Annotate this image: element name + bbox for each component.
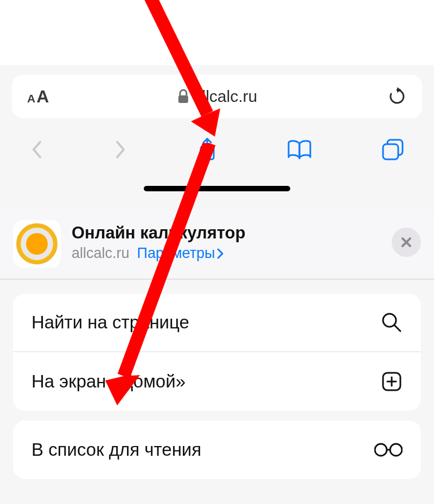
share-icon — [196, 137, 218, 163]
share-actions-list: Найти на странице На экран «Домой» В спи… — [13, 294, 421, 489]
chevron-left-icon — [29, 139, 44, 160]
share-sheet-header: Онлайн калькулятор allcalc.ru Параметры — [0, 210, 434, 280]
top-whitespace — [0, 0, 434, 65]
svg-rect-0 — [178, 95, 188, 103]
find-on-page-action[interactable]: Найти на странице — [13, 294, 421, 352]
svg-point-11 — [390, 444, 402, 456]
svg-rect-4 — [383, 144, 398, 159]
bookmarks-button[interactable] — [286, 139, 312, 160]
home-indicator — [144, 186, 290, 191]
svg-line-6 — [394, 325, 400, 331]
text-size-small-a-icon: A — [27, 92, 35, 105]
text-size-big-a-icon: A — [36, 87, 49, 107]
glasses-icon — [374, 442, 403, 458]
toolbar — [0, 130, 434, 169]
share-options-button[interactable]: Параметры — [137, 245, 225, 262]
find-on-page-label: Найти на странице — [31, 312, 189, 333]
address-url[interactable]: allcalc.ru — [177, 87, 257, 106]
search-icon — [381, 312, 403, 333]
tabs-icon — [381, 138, 405, 161]
back-button[interactable] — [29, 139, 44, 160]
lock-icon — [177, 89, 190, 104]
svg-point-10 — [375, 444, 387, 456]
reading-list-label: В список для чтения — [31, 440, 201, 460]
add-to-home-label: На экран «Домой» — [31, 371, 186, 392]
tabs-button[interactable] — [381, 138, 405, 161]
plus-square-icon — [381, 371, 403, 392]
share-title: Онлайн калькулятор — [72, 223, 381, 243]
add-to-reading-list-action[interactable]: В список для чтения — [13, 421, 421, 479]
reload-button[interactable] — [387, 87, 407, 106]
share-domain: allcalc.ru — [72, 245, 130, 262]
add-to-home-screen-action[interactable]: На экран «Домой» — [13, 352, 421, 411]
close-button[interactable] — [392, 228, 421, 257]
chevron-right-icon — [113, 139, 128, 160]
close-icon — [400, 236, 412, 248]
divider — [0, 279, 434, 280]
share-options-label: Параметры — [137, 245, 215, 262]
site-favicon — [13, 220, 61, 268]
text-size-button[interactable]: AA — [27, 87, 49, 107]
url-text: allcalc.ru — [193, 87, 257, 106]
forward-button[interactable] — [113, 139, 128, 160]
address-bar[interactable]: AA allcalc.ru — [12, 75, 422, 118]
share-button[interactable] — [196, 137, 218, 163]
reload-icon — [387, 87, 407, 106]
chevron-right-icon — [216, 248, 225, 260]
book-icon — [286, 139, 312, 160]
